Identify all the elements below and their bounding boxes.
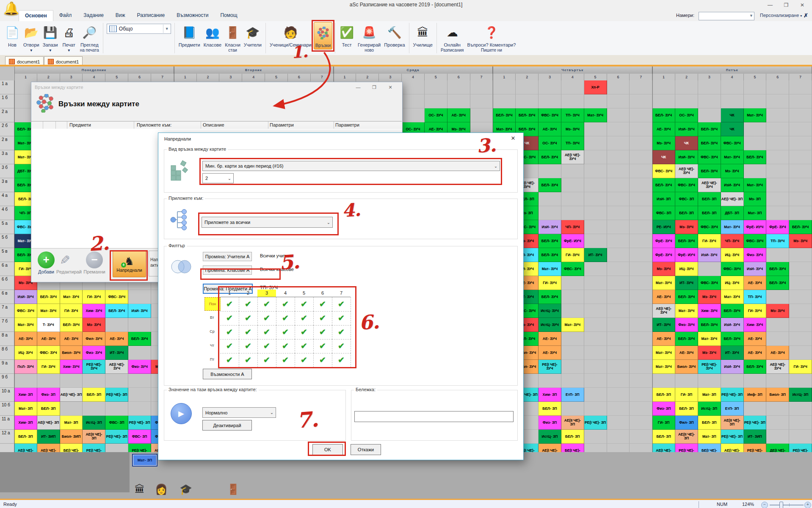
timetable-cell[interactable] xyxy=(539,374,561,388)
timetable-card[interactable]: ИзИ- ЗУЧ xyxy=(698,248,721,262)
timetable-card[interactable]: ИзИ- ЗУЧ xyxy=(14,290,37,304)
timetable-card[interactable]: ЧП- ЗУЧ xyxy=(721,234,744,248)
timetable-card[interactable]: Мат- ЗП xyxy=(698,388,721,402)
timetable-card[interactable]: АЕ(I ЧЕ)- xyxy=(37,444,60,452)
timetable-cell[interactable] xyxy=(630,346,652,360)
timetable-cell[interactable] xyxy=(447,80,470,94)
timetable-cell[interactable] xyxy=(789,80,812,94)
timetable-card[interactable]: Физ- ЗУЧ xyxy=(83,346,105,360)
timetable-cell[interactable] xyxy=(766,416,789,430)
timetable-card[interactable]: БЕЛ- ЗП xyxy=(675,402,698,416)
timetable-cell[interactable] xyxy=(607,248,630,262)
timetable-card[interactable]: ТП- ЗУЧ xyxy=(561,136,584,150)
timetable-cell[interactable] xyxy=(607,178,630,192)
timetable-card[interactable]: БЕЛ- ЗУЧ xyxy=(539,234,561,248)
timetable-cell[interactable] xyxy=(584,94,607,108)
timetable-card[interactable]: ИзИ- ЗУЧ xyxy=(539,220,561,234)
timetable-cell[interactable] xyxy=(766,94,789,108)
timetable-card[interactable]: Фил- ЗУЧ xyxy=(83,332,105,346)
timetable-cell[interactable] xyxy=(630,332,652,346)
timetable-card[interactable]: Хим- ЗП xyxy=(14,416,37,430)
timetable-cell[interactable] xyxy=(607,150,630,164)
timetable-card[interactable]: РЕ(I ЧЕ)- ЗП xyxy=(105,430,128,444)
timetable-cell[interactable] xyxy=(789,178,812,192)
timetable-cell[interactable] xyxy=(402,108,425,122)
timetable-card[interactable]: ЧК xyxy=(721,122,744,136)
timetable-card[interactable]: БЕЛ- ЗУЧ xyxy=(493,108,516,122)
timetable-cell[interactable] xyxy=(584,276,607,290)
timetable-card[interactable]: АЕ- ЗУЧ xyxy=(766,346,789,360)
timetable-card[interactable]: Хим- ЗП xyxy=(14,388,37,402)
timetable-card[interactable]: РЕ- ИУЧ xyxy=(652,220,675,234)
timetable-cell[interactable] xyxy=(630,444,652,452)
timetable-cell[interactable] xyxy=(584,150,607,164)
timetable-card[interactable]: ДБТ- ЗП xyxy=(721,206,744,220)
ribbon-button-subjects[interactable]: 📘Предмети xyxy=(177,22,202,49)
timetable-card[interactable]: РЕ(I ЧЕ)- xyxy=(675,444,698,452)
timetable-card[interactable]: Мат- ЗУЧ xyxy=(721,150,744,164)
timetable-card[interactable]: АЕ(I ЧЕ)- ЗУЧ xyxy=(105,360,128,374)
timetable-card[interactable]: Физ- ЗУЧ xyxy=(675,318,698,332)
ribbon-button-questions[interactable]: ❓Въпроси? Коментари?Пишете ни xyxy=(466,22,517,53)
timetable-card[interactable]: Мз- ЗУЧ xyxy=(83,318,105,332)
timetable-card[interactable]: Мз- ЗУЧ xyxy=(789,234,812,248)
timetable-card[interactable]: РЕ(I ЧЕ)- ЗУЧ xyxy=(539,360,561,374)
timetable-cell[interactable] xyxy=(744,374,767,388)
timetable-card[interactable]: ГИ- ЗУЧ xyxy=(698,234,721,248)
timetable-cell[interactable] xyxy=(561,164,584,178)
timetable-card[interactable]: ОС- ЗУЧ xyxy=(425,108,447,122)
timetable-card[interactable]: ФВС- ЗП xyxy=(675,192,698,206)
timetable-card[interactable]: Мат- ЗУЧ xyxy=(721,290,744,304)
timetable-cell[interactable] xyxy=(766,192,789,206)
timetable-cell[interactable] xyxy=(789,416,812,430)
timetable-cell[interactable] xyxy=(789,262,812,276)
timetable-card[interactable]: ГИ- ЗУЧ xyxy=(83,290,105,304)
timetable-card[interactable]: ЧК xyxy=(652,150,675,164)
timetable-cell[interactable] xyxy=(789,164,812,178)
timetable-card[interactable]: АЕ(I ЧЕ)- xyxy=(652,444,675,452)
timetable-cell[interactable] xyxy=(630,108,652,122)
timetable-card[interactable]: ИТ- ЗУЧ xyxy=(652,318,675,332)
timetable-cell[interactable] xyxy=(561,346,584,360)
timetable-cell[interactable] xyxy=(128,402,151,416)
timetable-card[interactable]: Биол- ЗП xyxy=(766,388,789,402)
timetable-cell[interactable] xyxy=(584,262,607,276)
timetable-cell[interactable] xyxy=(607,402,630,416)
timetable-card[interactable]: Хим- ЗУЧ xyxy=(744,318,767,332)
timetable-cell[interactable] xyxy=(561,290,584,304)
timetable-cell[interactable] xyxy=(607,430,630,444)
timetable-cell[interactable] xyxy=(584,178,607,192)
timetable-cell[interactable] xyxy=(744,122,767,136)
timetable-card[interactable]: БЕЛ- ЗП xyxy=(698,192,721,206)
timetable-cell[interactable] xyxy=(561,374,584,388)
timetable-card[interactable]: Мат- ЗП xyxy=(14,402,37,416)
timetable-card[interactable]: ФВС- ЗУЧ xyxy=(37,346,60,360)
timetable-cell[interactable] xyxy=(698,94,721,108)
timetable-cell[interactable] xyxy=(425,94,447,108)
timetable-cell[interactable] xyxy=(766,206,789,220)
timetable-card[interactable]: БЕЛ- ЗП xyxy=(14,430,37,444)
timetable-card[interactable]: Мат- ЗП xyxy=(744,206,767,220)
timetable-card[interactable]: ФВС- ЗП xyxy=(128,430,151,444)
filter-change-button-1[interactable]: Промяна: Учители A xyxy=(203,252,252,261)
timetable-card[interactable]: РЕ(I ЧЕ)- ЗП xyxy=(721,388,744,402)
cancel-button[interactable]: Откажи xyxy=(351,444,381,455)
timetable-card[interactable]: ИстЦ- ЗП xyxy=(789,388,812,402)
teacher-icon[interactable]: 👩 xyxy=(155,483,168,495)
possibilities-button[interactable]: Възможности A xyxy=(203,369,252,379)
timetable-cell[interactable] xyxy=(128,290,151,304)
dialog2-close-icon[interactable]: ✕ xyxy=(508,135,518,144)
timetable-cell[interactable] xyxy=(766,122,789,136)
timetable-cell[interactable] xyxy=(539,94,561,108)
ribbon-button-print[interactable]: 🖨Печат▾ xyxy=(60,22,78,53)
timetable-cell[interactable] xyxy=(789,206,812,220)
timetable-cell[interactable] xyxy=(584,220,607,234)
timetable-cell[interactable] xyxy=(789,346,812,360)
timetable-card[interactable]: ФВС- ЗУЧ xyxy=(698,276,721,290)
timetable-cell[interactable] xyxy=(584,206,607,220)
timetable-cell[interactable] xyxy=(607,444,630,452)
timetable-cell[interactable] xyxy=(675,374,698,388)
timetable-cell[interactable] xyxy=(607,374,630,388)
timetable-cell[interactable] xyxy=(630,178,652,192)
timetable-card[interactable]: Мз- ЗУЧ xyxy=(766,304,789,318)
